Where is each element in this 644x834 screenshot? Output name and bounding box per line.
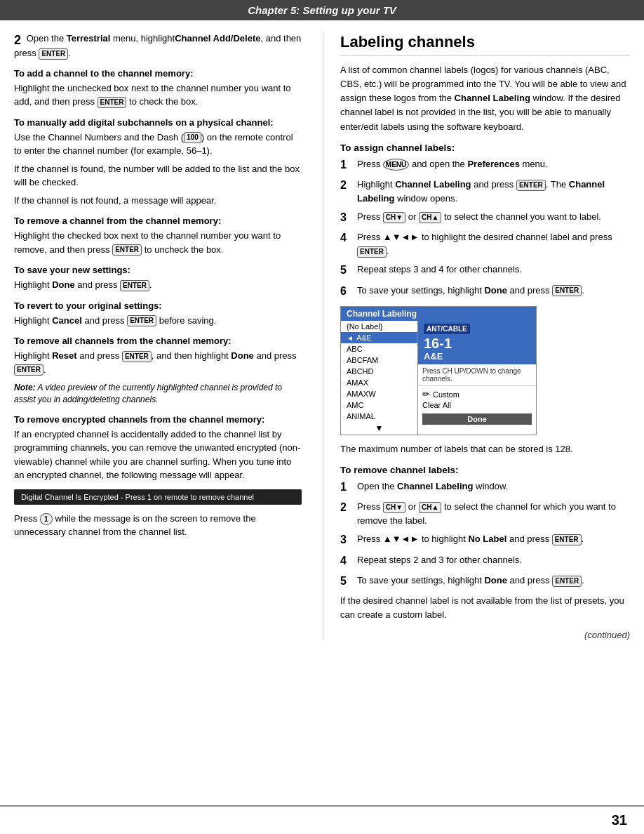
assign-step-6: 6 To save your settings, highlight Done … <box>340 284 630 299</box>
ch-up-remove: CH▲ <box>419 502 441 513</box>
enter-btn-assign4: ENTER <box>357 246 387 258</box>
assign-step-5-num: 5 <box>340 263 353 278</box>
assign-step-5: 5 Repeat steps 3 and 4 for other channel… <box>340 263 630 278</box>
done-label-reset: Done <box>231 350 254 361</box>
clb-done-btn[interactable]: Done <box>422 413 532 425</box>
clb-clearall-row: Clear All <box>422 401 532 409</box>
manual-subchannel-heading: To manually add digital subchannels on a… <box>14 117 302 128</box>
left-column: 2 Open the Terrestrial menu, highlightCh… <box>14 33 302 640</box>
remove-step-2: 2 Press CH▼ or CH▲ to select the channel… <box>340 500 630 527</box>
custom-label: Custom <box>433 390 459 399</box>
assign-step-2: 2 Highlight Channel Labeling and press E… <box>340 178 630 205</box>
assign-step-2-num: 2 <box>340 178 353 193</box>
cancel-label: Cancel <box>52 315 82 326</box>
clb-body: {No Label} ◄A&E ABC ABCFAM ABCHD AMAX AM… <box>341 321 536 435</box>
remove-channel-heading: To remove a channel from the channel mem… <box>14 216 302 226</box>
page-header: Chapter 5: Setting up your TV <box>0 0 644 20</box>
assign-heading: To assign channel labels: <box>340 143 630 153</box>
done-assign: Done <box>484 285 507 296</box>
assign-step-1-num: 1 <box>340 157 353 173</box>
clb-item-abchd[interactable]: ABCHD <box>341 366 417 377</box>
add-channel-para: Highlight the unchecked box next to the … <box>14 81 302 109</box>
encrypted-para1: If an encrypted channel is accidentally … <box>14 428 302 482</box>
note-text: A video preview of the currently highlig… <box>14 383 282 404</box>
ant-cable-label: ANT/CABLE <box>424 324 470 334</box>
step-2-block: 2 Open the Terrestrial menu, highlightCh… <box>14 33 302 60</box>
clear-all-label: Clear All <box>422 401 451 409</box>
step-2-number: 2 <box>14 33 21 47</box>
assign-step-4: 4 Press ▲▼◄► to highlight the desired ch… <box>340 230 630 258</box>
revert-settings-heading: To revert to your original settings: <box>14 300 302 311</box>
clb-arrow-down: ▼ <box>341 422 417 435</box>
note-block: Note: A video preview of the currently h… <box>14 382 302 406</box>
clb-item-abcfam[interactable]: ABCFAM <box>341 355 417 366</box>
clb-item-animal[interactable]: ANIMAL <box>341 411 417 422</box>
encrypted-heading: To remove encrypted channels from the ch… <box>14 414 302 425</box>
step-2-text: Open the Terrestrial menu, highlightChan… <box>14 33 301 58</box>
assign-step-6-content: To save your settings, highlight Done an… <box>357 284 630 298</box>
assign-step-1: 1 Press MENU and open the Preferences me… <box>340 157 630 173</box>
remove-step-5-num: 5 <box>340 574 353 589</box>
assign-step-4-num: 4 <box>340 230 353 246</box>
enter-btn-add: ENTER <box>98 97 127 108</box>
note-label: Note: <box>14 383 36 392</box>
chapter-title: Chapter 5: Setting up your TV <box>248 4 396 16</box>
encrypted-bar: Digital Channel Is Encrypted - Press 1 o… <box>14 489 302 505</box>
save-settings-heading: To save your new settings: <box>14 265 302 275</box>
manual-subchannel-section: To manually add digital subchannels on a… <box>14 117 302 208</box>
add-channel-section: To add a channel to the channel memory: … <box>14 68 302 109</box>
encrypted-section: To remove encrypted channels from the ch… <box>14 414 302 539</box>
add-channel-heading: To add a channel to the channel memory: <box>14 68 302 79</box>
channel-labeling-bold-3: Channel Labeling <box>357 179 605 204</box>
assign-step-3-content: Press CH▼ or CH▲ to select the channel y… <box>357 210 630 224</box>
menu-btn: MENU <box>383 159 409 171</box>
remove-labels-heading: To remove channel labels: <box>340 465 630 475</box>
revert-settings-section: To revert to your original settings: Hig… <box>14 300 302 328</box>
clb-right: ANT/CABLE 16-1 A&E Press CH UP/DOWN to c… <box>418 321 536 435</box>
clb-item-abc[interactable]: ABC <box>341 343 417 355</box>
encrypted-para2: Press 1 while the message is on the scre… <box>14 512 302 539</box>
assign-step-6-num: 6 <box>340 284 353 299</box>
done-label-save: Done <box>52 279 75 290</box>
assign-step-5-content: Repeat steps 3 and 4 for other channels. <box>357 263 630 277</box>
save-settings-section: To save your new settings: Highlight Don… <box>14 265 302 292</box>
clb-item-ae[interactable]: ◄A&E <box>341 332 417 343</box>
enter-btn-revert: ENTER <box>127 315 156 326</box>
manual-subchannel-para3: If the channel is not found, a message w… <box>14 194 302 208</box>
clb-actions: ✏ Custom Clear All <box>418 386 536 412</box>
revert-settings-para: Highlight Cancel and press ENTER before … <box>14 314 302 328</box>
ch-down-btn: CH▼ <box>383 212 405 223</box>
remove-step-2-num: 2 <box>340 500 353 515</box>
assign-step-2-content: Highlight Channel Labeling and press ENT… <box>357 178 630 205</box>
ch-up-btn: CH▲ <box>419 212 441 223</box>
channel-add-delete-label: Channel Add/Delete <box>175 33 260 44</box>
clb-list: {No Label} ◄A&E ABC ABCFAM ABCHD AMAX AM… <box>341 321 418 435</box>
assign-step-1-content: Press MENU and open the Preferences menu… <box>357 157 630 171</box>
clb-item-nolabel[interactable]: {No Label} <box>341 321 417 332</box>
remove-step-4-content: Repeat steps 2 and 3 for other channels. <box>357 553 630 567</box>
remove-step-1-content: Open the Channel Labeling window. <box>357 479 630 494</box>
content-area: 2 Open the Terrestrial menu, highlightCh… <box>0 20 644 653</box>
remove-step-1: 1 Open the Channel Labeling window. <box>340 479 630 495</box>
remove-step-4: 4 Repeat steps 2 and 3 for other channel… <box>340 553 630 569</box>
pencil-icon: ✏ <box>422 389 430 399</box>
clb-item-amaxw[interactable]: AMAXW <box>341 388 417 399</box>
intro-para: A list of common channel labels (logos) … <box>340 63 630 134</box>
assign-step-3-num: 3 <box>340 210 353 225</box>
manual-subchannel-para2: If the channel is found, the number will… <box>14 162 302 190</box>
remove-step-1-num: 1 <box>340 479 353 495</box>
reset-label: Reset <box>52 350 76 361</box>
remove-step-3-num: 3 <box>340 532 353 548</box>
ch-down-remove: CH▼ <box>383 502 405 513</box>
remove-all-para: Highlight Reset and press ENTER, and the… <box>14 349 302 376</box>
enter-btn-remove: ENTER <box>112 244 142 256</box>
right-column: Labeling channels A list of common chann… <box>323 33 630 640</box>
clb-channel-name: A&E <box>424 351 530 362</box>
clb-item-amc[interactable]: AMC <box>341 399 417 411</box>
assign-step-3: 3 Press CH▼ or CH▲ to select the channel… <box>340 210 630 225</box>
labeling-channels-title: Labeling channels <box>340 33 630 56</box>
clb-item-amax[interactable]: AMAX <box>341 377 417 388</box>
encrypted-bar-text: Digital Channel Is Encrypted - Press 1 o… <box>21 493 254 501</box>
remove-channel-section: To remove a channel from the channel mem… <box>14 216 302 256</box>
one-btn-icon: 1 <box>40 513 53 525</box>
